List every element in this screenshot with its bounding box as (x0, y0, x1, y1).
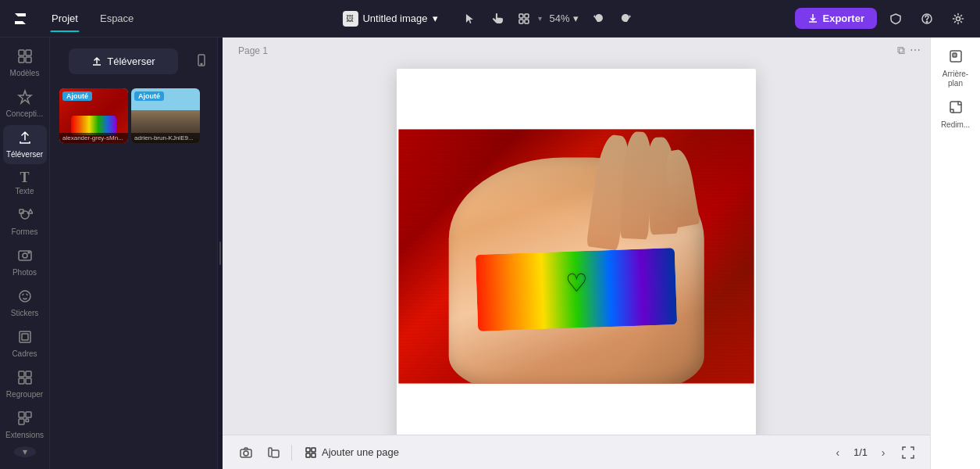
svg-rect-18 (20, 331, 30, 342)
added-badge-1: Ajouté (62, 91, 92, 101)
redo-btn[interactable] (613, 6, 638, 31)
arriere-plan-icon (948, 48, 964, 67)
sidebar-item-cadres[interactable]: Cadres (3, 324, 47, 363)
svg-rect-10 (26, 57, 31, 63)
sidebar-item-photos-label: Photos (12, 268, 37, 277)
canvas-copy-icon[interactable]: ⧉ (897, 44, 905, 57)
sidebar-item-formes[interactable]: Formes (3, 202, 47, 242)
texte-icon: T (20, 170, 29, 184)
svg-rect-36 (312, 453, 315, 457)
zoom-chevron: ▾ (573, 13, 579, 24)
file-icon: 🖼 (342, 11, 358, 27)
svg-rect-34 (312, 448, 315, 452)
upload-button[interactable]: Téléverser (69, 48, 178, 74)
svg-rect-35 (306, 453, 310, 457)
sidebar-item-cadres-label: Cadres (12, 349, 37, 359)
svg-rect-25 (26, 412, 31, 417)
svg-rect-20 (19, 371, 24, 377)
right-panel-arriere-plan[interactable]: Arrière-plan (934, 44, 978, 93)
svg-point-17 (20, 291, 30, 302)
svg-point-15 (23, 253, 27, 258)
topbar-center: 🖼 Untitled image ▾ ▾ 54% ▾ (342, 6, 637, 31)
svg-rect-8 (26, 50, 31, 55)
shield-btn[interactable] (883, 6, 908, 31)
canvas-photo[interactable]: ♡ (399, 130, 754, 384)
camera-icon-btn[interactable] (235, 442, 257, 464)
help-btn[interactable] (914, 6, 939, 31)
arriere-plan-label: Arrière-plan (937, 70, 975, 88)
tab-projet[interactable]: Projet (41, 9, 89, 27)
file-name-btn[interactable]: 🖼 Untitled image ▾ (342, 11, 437, 27)
redim-label: Redim... (941, 120, 970, 130)
sidebar-item-formes-label: Formes (12, 227, 38, 237)
undo-btn[interactable] (586, 6, 611, 31)
sidebar-item-televerser[interactable]: Téléverser (3, 125, 47, 164)
svg-rect-33 (306, 448, 310, 452)
sidebar-item-regrouper[interactable]: Regrouper (3, 365, 47, 404)
add-page-label: Ajouter une page (322, 446, 399, 458)
panel-image-rainbow[interactable]: Ajouté alexander-grey-sMn... (59, 88, 128, 143)
add-page-btn[interactable]: Ajouter une page (298, 443, 405, 462)
cursor-tool[interactable] (458, 6, 483, 31)
sidebar-item-conception-label: Concepti... (6, 109, 44, 119)
sidebar-item-stickers[interactable]: Stickers (3, 284, 47, 323)
svg-rect-3 (525, 20, 529, 23)
next-page-btn[interactable]: › (874, 443, 893, 462)
svg-point-31 (244, 451, 248, 456)
svg-point-16 (28, 252, 30, 253)
redim-icon (948, 99, 964, 118)
topbar-right: Exporter (795, 6, 971, 31)
svg-rect-24 (19, 412, 24, 417)
canvas-document[interactable]: ♡ (397, 69, 756, 435)
tab-espace[interactable]: Espace (89, 9, 144, 27)
svg-point-5 (926, 21, 927, 22)
settings-btn[interactable] (946, 6, 971, 31)
svg-point-29 (201, 63, 202, 65)
regrouper-icon (17, 370, 33, 388)
zoom-value: 54% (550, 13, 570, 24)
hand-tool[interactable] (485, 6, 510, 31)
topbar: Projet Espace 🖼 Untitled image ▾ ▾ 54% ▾ (0, 0, 980, 38)
panel-image-mountain[interactable]: Ajouté adrien-brun-KJnlE9... (131, 88, 200, 143)
modeles-icon (17, 48, 33, 66)
prev-page-btn[interactable]: ‹ (829, 443, 847, 462)
sidebar-item-conception[interactable]: Concepti... (3, 84, 47, 124)
extensions-icon (17, 410, 33, 428)
sidebar-item-photos[interactable]: Photos (3, 243, 47, 282)
canvas-more-icon[interactable]: ⋯ (910, 44, 921, 57)
svg-rect-1 (525, 14, 529, 18)
svg-rect-22 (19, 378, 24, 384)
sidebar-item-regrouper-label: Regrouper (6, 390, 43, 399)
cadres-icon (17, 329, 33, 347)
svg-rect-23 (26, 378, 31, 384)
file-chevron: ▾ (433, 13, 438, 24)
svg-rect-39 (950, 102, 961, 113)
toolbar-tools: ▾ 54% ▾ (458, 6, 638, 31)
formes-icon (17, 207, 33, 225)
svg-rect-7 (19, 50, 24, 55)
layout-chevron[interactable]: ▾ (538, 14, 542, 23)
device-icon-btn[interactable] (194, 53, 208, 70)
sidebar-collapse-btn[interactable]: ▾ (14, 446, 36, 457)
sidebar-item-stickers-label: Stickers (11, 309, 39, 318)
zoom-control[interactable]: 54% ▾ (543, 9, 585, 27)
app-logo[interactable] (9, 8, 31, 30)
undo-redo (586, 6, 638, 31)
bottom-right: ‹ 1/1 › (829, 443, 918, 462)
fullscreen-btn[interactable] (899, 443, 918, 462)
right-panel-redim[interactable]: Redim... (934, 95, 978, 134)
layout-tool[interactable] (511, 6, 536, 31)
bottom-divider (291, 445, 292, 460)
image-label-1: alexander-grey-sMn... (59, 133, 128, 143)
svg-point-6 (957, 16, 960, 20)
added-badge-2: Ajouté (134, 91, 164, 101)
sidebar-item-modeles[interactable]: Modèles (3, 44, 47, 83)
sidebar-item-extensions[interactable]: Extensions (3, 406, 47, 445)
export-button[interactable]: Exporter (795, 8, 877, 29)
svg-rect-21 (26, 371, 31, 377)
svg-rect-0 (519, 14, 523, 18)
copy-icon-btn[interactable] (263, 442, 285, 464)
svg-rect-26 (19, 419, 24, 424)
project-tabs: Projet Espace (41, 9, 144, 27)
sidebar-item-texte[interactable]: T Texte (3, 166, 47, 201)
